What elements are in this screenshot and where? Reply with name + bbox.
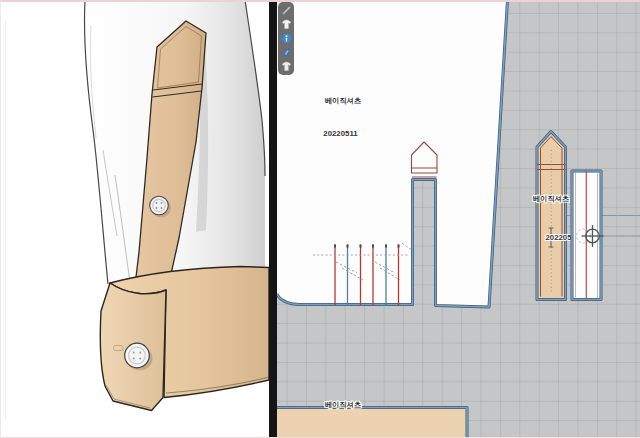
2d-pattern-canvas[interactable]: 베이직셔츠 20220511 bbox=[277, 0, 640, 438]
cuff-piece-label: 베이직셔츠 bbox=[325, 400, 362, 409]
cuff-3d[interactable] bbox=[100, 267, 269, 411]
shirt2-icon bbox=[281, 61, 292, 72]
3d-garment-viewport[interactable] bbox=[0, 0, 269, 438]
sleeve-piece-label: 베이직셔츠 bbox=[325, 96, 362, 105]
fabric-fold-icon bbox=[281, 47, 292, 58]
3d-sleeve-render[interactable] bbox=[0, 0, 269, 438]
pen-line-tool-button[interactable] bbox=[279, 4, 293, 17]
pattern-drawing-area[interactable]: 베이직셔츠 20220511 bbox=[277, 0, 640, 438]
sleeve-piece-date: 20220511 bbox=[323, 129, 358, 138]
sleeve-pattern-piece[interactable]: 베이직셔츠 20220511 bbox=[277, 0, 508, 307]
shirt-pattern-tool-button[interactable] bbox=[279, 60, 293, 73]
info-tool-button[interactable] bbox=[279, 32, 293, 45]
panel-divider bbox=[269, 0, 277, 438]
view-toolbar bbox=[278, 2, 294, 75]
viewport-margin-line bbox=[5, 20, 6, 420]
fabric-fold-tool-button[interactable] bbox=[279, 46, 293, 59]
garment-cad-window: 베이직셔츠 20220511 bbox=[0, 0, 640, 438]
pen-line-icon bbox=[281, 5, 292, 16]
placket-piece-label: 베이직셔츠 bbox=[533, 194, 570, 203]
shirt-icon bbox=[281, 19, 292, 30]
info-icon bbox=[281, 33, 292, 44]
cuff-pattern-piece[interactable]: 베이직셔츠 bbox=[277, 400, 467, 438]
shirt-3d-tool-button[interactable] bbox=[279, 18, 293, 31]
